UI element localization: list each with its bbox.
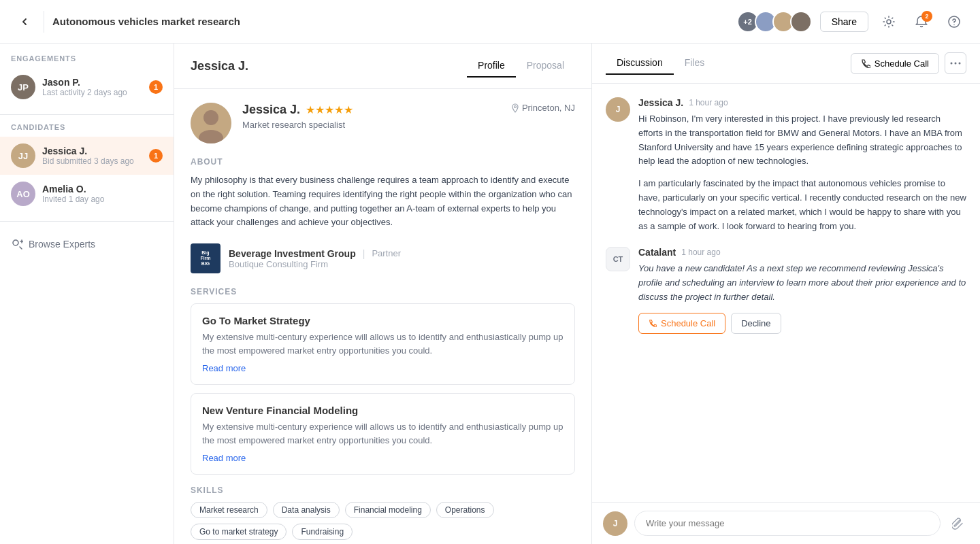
engagement-jason[interactable]: JP Jason P. Last activity 2 days ago 1 xyxy=(0,68,174,106)
catalant-actions: Schedule Call Decline xyxy=(638,313,966,334)
browse-experts-item[interactable]: Browse Experts xyxy=(0,230,174,258)
tab-discussion[interactable]: Discussion xyxy=(606,52,674,75)
expert-title: Market research specialist xyxy=(242,120,500,130)
skill-tag-4: Go to market strategy xyxy=(191,524,287,540)
engagement-sub-jason: Last activity 2 days ago xyxy=(42,88,142,97)
location-text: Princeton, NJ xyxy=(522,103,575,113)
candidates-label: CANDIDATES xyxy=(0,123,174,137)
service-title-0: Go To Market Strategy xyxy=(202,315,564,326)
right-header: Discussion Files Schedule Call xyxy=(592,44,980,84)
topbar-separator xyxy=(44,11,44,33)
message-name-jessica: Jessica J. xyxy=(638,97,683,108)
candidate-jessica[interactable]: JJ Jessica J. Bid submitted 3 days ago 1 xyxy=(0,137,174,175)
company-sub: Boutique Consulting Firm xyxy=(229,259,401,269)
read-more-1[interactable]: Read more xyxy=(202,453,246,463)
phone-icon-orange xyxy=(649,319,657,327)
service-desc-0: My extensive multi-century experience wi… xyxy=(202,330,564,357)
collaborator-avatars: +2 xyxy=(741,11,812,33)
middle-header: Jessica J. Profile Proposal xyxy=(174,44,591,89)
candidate-info-jessica: Jessica J. Bid submitted 3 days ago xyxy=(42,146,142,166)
message-avatar-jessica: J xyxy=(606,97,630,122)
location-icon xyxy=(511,103,519,113)
candidate-badge-jessica: 1 xyxy=(149,149,163,163)
tab-profile[interactable]: Profile xyxy=(467,54,516,78)
about-label: ABOUT xyxy=(191,157,575,167)
engagement-name-jason: Jason P. xyxy=(42,77,142,88)
service-title-1: New Venture Financial Modeling xyxy=(202,405,564,416)
service-card-1: New Venture Financial Modeling My extens… xyxy=(191,393,575,475)
candidate-avatar-amelia: AO xyxy=(11,182,35,206)
more-options-button[interactable] xyxy=(945,52,966,74)
candidate-amelia[interactable]: AO Amelia O. Invited 1 day ago xyxy=(0,175,174,213)
tab-files[interactable]: Files xyxy=(674,52,716,75)
notification-count-badge: 2 xyxy=(921,11,932,22)
skill-tag-3: Operations xyxy=(436,502,494,518)
company-role: Partner xyxy=(372,248,401,258)
candidate-info-amelia: Amelia O. Invited 1 day ago xyxy=(42,184,163,204)
company-name: Beverage Investment Group xyxy=(229,248,356,259)
svg-point-7 xyxy=(951,63,953,65)
message-text-jessica: Hi Robinson, I'm very interested in this… xyxy=(638,112,966,233)
attach-button[interactable] xyxy=(947,513,969,534)
catalant-message-text: You have a new candidate! As a next step… xyxy=(638,262,966,304)
company-logo: BigFirmBIG xyxy=(191,243,220,273)
skills-section: SKILLS Market research Data analysis Fin… xyxy=(191,486,575,540)
message-catalant: CT Catalant 1 hour ago You have a new ca… xyxy=(606,247,966,333)
decline-button[interactable]: Decline xyxy=(731,313,781,334)
schedule-call-button[interactable]: Schedule Call xyxy=(851,53,939,74)
engagements-label: ENGAGEMENTS xyxy=(0,54,174,68)
phone-icon xyxy=(861,58,870,68)
engagement-info-jason: Jason P. Last activity 2 days ago xyxy=(42,77,142,97)
page-title: Autonomous vehicles market research xyxy=(52,16,733,27)
message-para-jessica-0: Hi Robinson, I'm very interested in this… xyxy=(638,112,966,169)
skill-tag-1: Data analysis xyxy=(273,502,340,518)
message-input[interactable] xyxy=(634,511,941,536)
read-more-0[interactable]: Read more xyxy=(202,363,246,373)
share-button[interactable]: Share xyxy=(820,12,868,32)
current-user-avatar: J xyxy=(603,511,627,536)
expert-location: Princeton, NJ xyxy=(511,103,575,113)
message-header-catalant: Catalant 1 hour ago xyxy=(638,247,966,258)
collaborator-avatar-3 xyxy=(790,11,812,33)
right-tabs: Discussion Files xyxy=(606,52,715,75)
service-card-0: Go To Market Strategy My extensive multi… xyxy=(191,303,575,385)
tab-proposal[interactable]: Proposal xyxy=(516,54,575,78)
browse-experts-label: Browse Experts xyxy=(29,239,95,250)
skills-list: Market research Data analysis Financial … xyxy=(191,502,575,540)
middle-expert-name: Jessica J. xyxy=(191,59,248,73)
middle-panel: Jessica J. Profile Proposal Jessica J. ★… xyxy=(174,44,592,544)
topbar: Autonomous vehicles market research +2 S… xyxy=(0,0,980,44)
expert-stars: ★★★★★ xyxy=(306,103,353,116)
back-button[interactable] xyxy=(14,11,35,33)
notifications-button[interactable]: 2 xyxy=(909,10,934,34)
middle-tabs: Profile Proposal xyxy=(467,54,575,78)
message-time-catalant: 1 hour ago xyxy=(681,248,720,257)
message-name-catalant: Catalant xyxy=(638,247,676,258)
help-button[interactable] xyxy=(942,10,966,34)
sidebar: ENGAGEMENTS JP Jason P. Last activity 2 … xyxy=(0,44,174,544)
svg-point-4 xyxy=(203,110,218,125)
sidebar-divider-2 xyxy=(0,221,174,222)
expert-header: Jessica J. ★★★★★ Market research special… xyxy=(191,103,575,143)
svg-point-8 xyxy=(955,63,957,65)
about-text: My philosophy is that every business cha… xyxy=(191,173,575,230)
profile-content: Jessica J. ★★★★★ Market research special… xyxy=(174,89,591,544)
schedule-call-action-button[interactable]: Schedule Call xyxy=(638,313,725,334)
discussion-content: J Jessica J. 1 hour ago Hi Robinson, I'm… xyxy=(592,84,980,502)
candidate-name-jessica: Jessica J. xyxy=(42,146,142,156)
company-info: Beverage Investment Group | Partner Bout… xyxy=(229,248,401,269)
message-body-catalant: Catalant 1 hour ago You have a new candi… xyxy=(638,247,966,333)
catalant-badge: CT xyxy=(606,247,630,271)
candidate-sub-jessica: Bid submitted 3 days ago xyxy=(42,156,142,166)
message-header-jessica: Jessica J. 1 hour ago xyxy=(638,97,966,108)
svg-point-6 xyxy=(514,105,516,107)
message-para-jessica-1: I am particularly fascinated by the impa… xyxy=(638,177,966,233)
add-person-icon xyxy=(11,238,23,250)
settings-button[interactable] xyxy=(877,10,901,34)
expert-info: Jessica J. ★★★★★ Market research special… xyxy=(242,103,500,130)
svg-point-1 xyxy=(953,24,955,25)
company-name-row: Beverage Investment Group | Partner xyxy=(229,248,401,259)
candidate-sub-amelia: Invited 1 day ago xyxy=(42,194,163,204)
skill-tag-5: Fundraising xyxy=(292,524,353,540)
candidate-name-amelia: Amelia O. xyxy=(42,184,163,194)
